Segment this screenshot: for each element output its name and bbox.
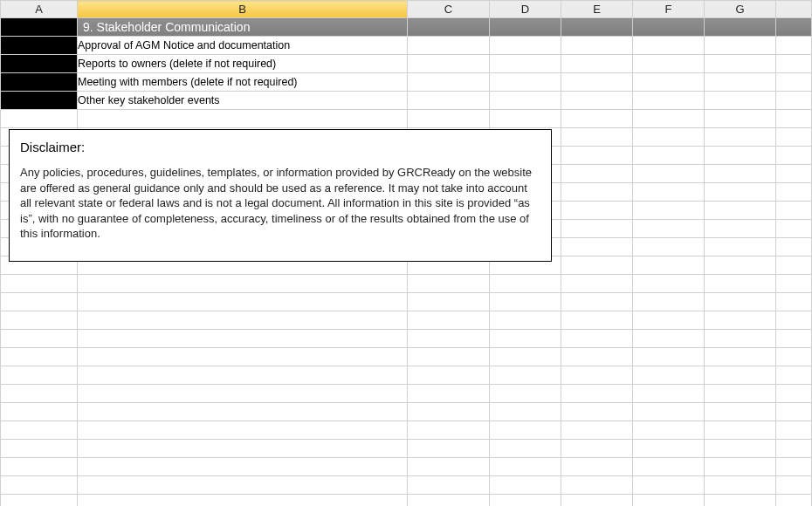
cell-D-section[interactable] <box>490 18 561 37</box>
cell-E-4[interactable] <box>561 92 633 110</box>
cell-G-2[interactable] <box>705 55 776 73</box>
empty-row[interactable] <box>1 440 812 458</box>
empty-row[interactable] <box>1 421 812 440</box>
cell-A-2[interactable] <box>1 55 78 73</box>
cell-H-1[interactable] <box>776 37 812 55</box>
empty-row[interactable] <box>1 403 812 421</box>
empty-row[interactable] <box>1 476 812 495</box>
cell-H-section[interactable] <box>776 18 812 37</box>
empty-row[interactable] <box>1 311 812 330</box>
data-row-4[interactable]: Other key stakeholder events <box>1 92 812 110</box>
cell-C-1[interactable] <box>408 37 490 55</box>
cell-C-section[interactable] <box>408 18 490 37</box>
empty-row[interactable] <box>1 275 812 293</box>
cell-H-4[interactable] <box>776 92 812 110</box>
cell-B-4[interactable]: Other key stakeholder events <box>78 92 408 110</box>
cell-A-4[interactable] <box>1 92 78 110</box>
cell-G-1[interactable] <box>705 37 776 55</box>
empty-row[interactable] <box>1 293 812 311</box>
cell-C-2[interactable] <box>408 55 490 73</box>
cell-G-3[interactable] <box>705 73 776 92</box>
empty-row[interactable] <box>1 385 812 403</box>
data-row-3[interactable]: Meeting with members (delete if not requ… <box>1 73 812 92</box>
disclaimer-body: Any policies, procedures, guidelines, te… <box>20 165 540 242</box>
cell-F-section[interactable] <box>633 18 705 37</box>
cell-D-2[interactable] <box>490 55 561 73</box>
section-title-cell[interactable]: 9. Stakeholder Communication <box>78 18 408 37</box>
col-header-F[interactable]: F <box>633 1 705 18</box>
empty-row[interactable] <box>1 495 812 507</box>
cell-D-3[interactable] <box>490 73 561 92</box>
cell-C-3[interactable] <box>408 73 490 92</box>
cell-G-section[interactable] <box>705 18 776 37</box>
cell-E-1[interactable] <box>561 37 633 55</box>
cell-H-3[interactable] <box>776 73 812 92</box>
section-header-row[interactable]: 9. Stakeholder Communication <box>1 18 812 37</box>
cell-E-section[interactable] <box>561 18 633 37</box>
disclaimer-box: Disclaimer: Any policies, procedures, gu… <box>9 129 552 262</box>
column-header-row: A B C D E F G <box>1 1 812 18</box>
cell-F-1[interactable] <box>633 37 705 55</box>
col-header-overflow[interactable] <box>776 1 812 18</box>
cell-B-3[interactable]: Meeting with members (delete if not requ… <box>78 73 408 92</box>
empty-row[interactable] <box>1 330 812 348</box>
cell-B-2[interactable]: Reports to owners (delete if not require… <box>78 55 408 73</box>
col-header-A[interactable]: A <box>1 1 78 18</box>
empty-row[interactable] <box>1 366 812 385</box>
cell-H-2[interactable] <box>776 55 812 73</box>
cell-D-1[interactable] <box>490 37 561 55</box>
cell-F-2[interactable] <box>633 55 705 73</box>
cell-C-4[interactable] <box>408 92 490 110</box>
empty-row[interactable] <box>1 348 812 366</box>
col-header-C[interactable]: C <box>408 1 490 18</box>
col-header-E[interactable]: E <box>561 1 633 18</box>
cell-D-4[interactable] <box>490 92 561 110</box>
data-row-1[interactable]: Approval of AGM Notice and documentation <box>1 37 812 55</box>
data-row-2[interactable]: Reports to owners (delete if not require… <box>1 55 812 73</box>
cell-A-3[interactable] <box>1 73 78 92</box>
cell-B-1[interactable]: Approval of AGM Notice and documentation <box>78 37 408 55</box>
cell-G-4[interactable] <box>705 92 776 110</box>
cell-E-3[interactable] <box>561 73 633 92</box>
cell-F-3[interactable] <box>633 73 705 92</box>
col-header-B[interactable]: B <box>78 1 408 18</box>
cell-F-4[interactable] <box>633 92 705 110</box>
col-header-G[interactable]: G <box>705 1 776 18</box>
cell-A-section[interactable] <box>1 18 78 37</box>
col-header-D[interactable]: D <box>490 1 561 18</box>
spreadsheet-viewport: A B C D E F G 9. Stakeholder Communicati… <box>0 0 812 506</box>
cell-A-1[interactable] <box>1 37 78 55</box>
empty-row[interactable] <box>1 458 812 476</box>
empty-row[interactable] <box>1 110 812 128</box>
disclaimer-title: Disclaimer: <box>20 139 540 156</box>
cell-E-2[interactable] <box>561 55 633 73</box>
